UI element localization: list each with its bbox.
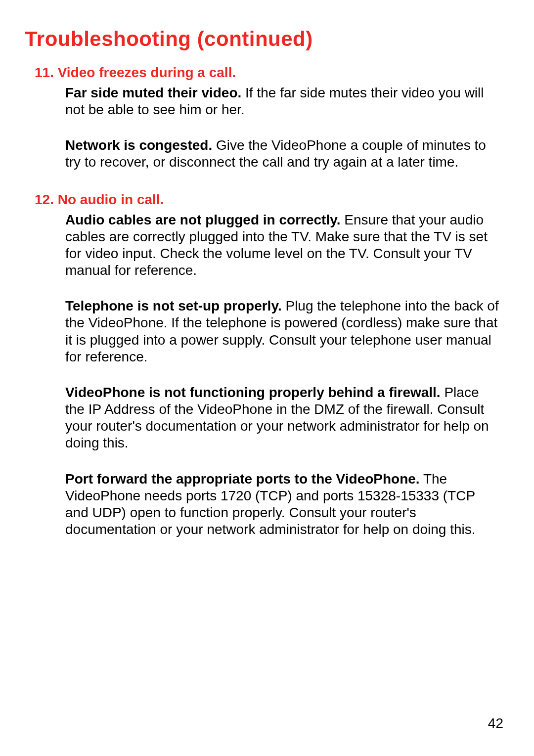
page-title: Troubleshooting (continued) [25, 27, 509, 51]
section-12-paragraph-3: VideoPhone is not functioning properly b… [65, 384, 499, 452]
section-12-paragraph-4: Port forward the appropriate ports to th… [65, 471, 499, 538]
paragraph-lead: Audio cables are not plugged in correctl… [65, 212, 340, 227]
paragraph-lead: Telephone is not set-up properly. [65, 298, 282, 313]
section-11-paragraph-2: Network is congested. Give the VideoPhon… [65, 137, 499, 171]
section-12-paragraph-2: Telephone is not set-up properly. Plug t… [65, 298, 499, 365]
paragraph-lead: Port forward the appropriate ports to th… [65, 471, 420, 487]
section-11-header: 11. Video freezes during a call. [35, 65, 509, 81]
page-number: 42 [488, 715, 503, 731]
paragraph-lead: VideoPhone is not functioning properly b… [65, 385, 441, 400]
section-12-header: 12. No audio in call. [35, 192, 509, 208]
section-11-paragraph-1: Far side muted their video. If the far s… [65, 85, 499, 118]
section-12-paragraph-1: Audio cables are not plugged in correctl… [65, 212, 499, 279]
paragraph-lead: Far side muted their video. [65, 85, 241, 100]
paragraph-lead: Network is congested. [65, 137, 212, 153]
